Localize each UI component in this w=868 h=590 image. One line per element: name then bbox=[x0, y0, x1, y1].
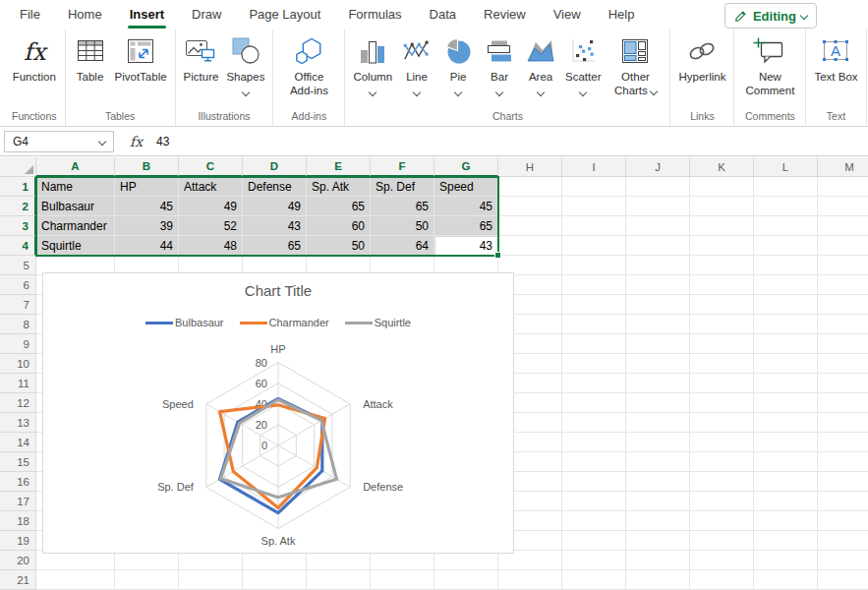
row-header-10[interactable]: 10 bbox=[0, 354, 36, 374]
function-button[interactable]: fx Function bbox=[13, 33, 56, 85]
ribbon: fx Function Functions Table bbox=[0, 30, 868, 127]
formula-input[interactable]: 43 bbox=[156, 135, 169, 148]
column-header-L[interactable]: L bbox=[754, 157, 818, 177]
line-chart-icon bbox=[401, 33, 433, 69]
group-label-comments: Comments bbox=[742, 108, 797, 126]
ribbon-group-comments: New Comment Comments bbox=[734, 30, 806, 126]
column-header-A[interactable]: A bbox=[36, 157, 115, 177]
row-header-20[interactable]: 20 bbox=[0, 551, 36, 570]
name-box[interactable]: G4 bbox=[4, 131, 114, 152]
new-comment-icon bbox=[752, 33, 787, 69]
line-chart-button[interactable]: Line bbox=[400, 33, 434, 95]
hyperlink-button[interactable]: Hyperlink bbox=[678, 33, 725, 85]
pivottable-icon bbox=[125, 33, 156, 69]
column-header-D[interactable]: D bbox=[243, 157, 307, 177]
column-header-G[interactable]: G bbox=[434, 157, 498, 177]
row-header-3[interactable]: 3 bbox=[0, 216, 36, 236]
chevron-down-icon bbox=[495, 88, 503, 96]
tab-insert[interactable]: Insert bbox=[116, 0, 178, 30]
chevron-down-icon bbox=[413, 88, 421, 96]
radar-chart: 020406080HPAttackDefenseSp. AtkSp. DefSp… bbox=[43, 273, 515, 553]
text-box-icon: A bbox=[819, 33, 852, 69]
fill-handle[interactable] bbox=[494, 252, 501, 259]
chevron-down-icon bbox=[537, 88, 545, 96]
pivottable-button[interactable]: PivotTable bbox=[115, 33, 167, 85]
pencil-icon bbox=[734, 9, 748, 23]
column-header-F[interactable]: F bbox=[371, 157, 434, 177]
row-header-21[interactable]: 21 bbox=[0, 570, 36, 590]
row-header-15[interactable]: 15 bbox=[0, 452, 36, 472]
column-header-J[interactable]: J bbox=[626, 157, 690, 177]
radar-tick-label: 20 bbox=[256, 419, 267, 431]
row-header-6[interactable]: 6 bbox=[0, 275, 36, 295]
row-header-9[interactable]: 9 bbox=[0, 334, 36, 354]
row-header-5[interactable]: 5 bbox=[0, 256, 36, 275]
row-header-19[interactable]: 19 bbox=[0, 531, 36, 551]
group-label-tables: Tables bbox=[74, 108, 167, 126]
tab-file[interactable]: File bbox=[6, 0, 54, 30]
row-header-12[interactable]: 12 bbox=[0, 393, 36, 413]
column-header-E[interactable]: E bbox=[307, 157, 371, 177]
table-icon bbox=[75, 33, 106, 69]
radar-tick-label: 60 bbox=[256, 378, 267, 389]
row-header-11[interactable]: 11 bbox=[0, 374, 36, 393]
bar-chart-icon bbox=[484, 33, 515, 69]
column-header-C[interactable]: C bbox=[179, 157, 243, 177]
editing-mode-button[interactable]: Editing bbox=[724, 3, 817, 29]
chevron-down-icon bbox=[579, 88, 587, 96]
row-header-7[interactable]: 7 bbox=[0, 295, 36, 315]
gridline bbox=[36, 569, 868, 570]
row-header-17[interactable]: 17 bbox=[0, 492, 36, 511]
scatter-chart-button[interactable]: Scatter bbox=[565, 33, 601, 95]
row-header-13[interactable]: 13 bbox=[0, 413, 36, 433]
chevron-down-icon bbox=[242, 88, 250, 96]
tab-page-layout[interactable]: Page Layout bbox=[235, 0, 334, 30]
pie-chart-icon bbox=[442, 33, 474, 69]
group-label-illustrations: Illustrations bbox=[184, 108, 265, 126]
column-chart-button[interactable]: Column bbox=[353, 33, 392, 95]
row-header-18[interactable]: 18 bbox=[0, 511, 36, 531]
row-header-8[interactable]: 8 bbox=[0, 315, 36, 334]
column-header-I[interactable]: I bbox=[562, 157, 626, 177]
bar-chart-button[interactable]: Bar bbox=[483, 33, 516, 95]
tab-review[interactable]: Review bbox=[470, 0, 540, 30]
tab-help[interactable]: Help bbox=[595, 0, 649, 30]
editing-label: Editing bbox=[753, 9, 796, 24]
function-icon: fx bbox=[18, 33, 51, 69]
tab-home[interactable]: Home bbox=[54, 0, 116, 30]
office-addins-button[interactable]: Office Add-ins bbox=[281, 33, 336, 98]
text-box-button[interactable]: A Text Box bbox=[814, 33, 857, 85]
row-header-14[interactable]: 14 bbox=[0, 433, 36, 452]
select-all-corner[interactable] bbox=[0, 157, 36, 177]
radar-axis-label-sp-def: Sp. Def bbox=[157, 481, 195, 493]
row-header-16[interactable]: 16 bbox=[0, 472, 36, 492]
area-chart-button[interactable]: Area bbox=[524, 33, 557, 95]
group-label-text: Text bbox=[814, 108, 857, 126]
chart-object[interactable]: Chart Title Bulbasaur Charmander Squirtl… bbox=[42, 272, 514, 554]
column-header-H[interactable]: H bbox=[498, 157, 562, 177]
table-button[interactable]: Table bbox=[74, 33, 107, 85]
column-header-K[interactable]: K bbox=[690, 157, 754, 177]
row-header-4[interactable]: 4 bbox=[0, 236, 36, 256]
column-header-B[interactable]: B bbox=[115, 157, 179, 177]
column-header-M[interactable]: M bbox=[818, 157, 868, 177]
tab-data[interactable]: Data bbox=[416, 0, 470, 30]
ribbon-group-charts: Column Line Pie bbox=[345, 30, 670, 126]
ribbon-group-tables: Table PivotTable Tables bbox=[66, 30, 176, 126]
row-header-1[interactable]: 1 bbox=[0, 177, 36, 197]
gridline bbox=[753, 177, 754, 590]
picture-button[interactable]: Picture bbox=[184, 33, 219, 85]
ribbon-group-illustrations: Picture Shapes Illustrations bbox=[176, 30, 274, 126]
group-label-addins: Add-ins bbox=[281, 108, 336, 126]
row-header-2[interactable]: 2 bbox=[0, 197, 36, 216]
tab-draw[interactable]: Draw bbox=[178, 0, 235, 30]
other-charts-button[interactable]: Other Charts bbox=[608, 33, 662, 98]
tab-view[interactable]: View bbox=[540, 0, 595, 30]
new-comment-button[interactable]: New Comment bbox=[742, 33, 797, 98]
chevron-down-icon bbox=[369, 88, 376, 96]
shapes-button[interactable]: Shapes bbox=[226, 33, 264, 95]
tab-formulas[interactable]: Formulas bbox=[334, 0, 415, 30]
radar-axis-label-hp: HP bbox=[270, 343, 285, 355]
pie-chart-button[interactable]: Pie bbox=[441, 33, 475, 95]
svg-text:A: A bbox=[831, 42, 840, 59]
